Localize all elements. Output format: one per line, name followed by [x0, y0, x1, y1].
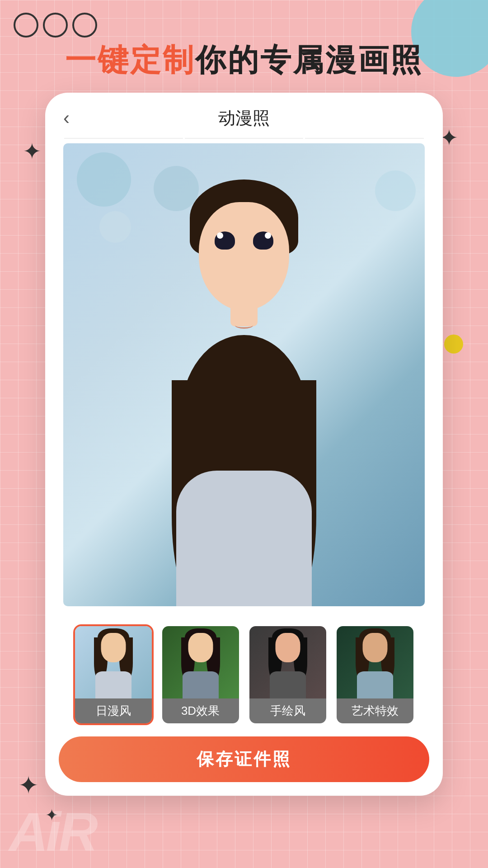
anime-figure [63, 143, 425, 606]
style-selection-row: 日漫风 3D效果 手绘风 [45, 615, 443, 734]
mini-face-1 [101, 633, 126, 662]
mini-face-2 [188, 633, 213, 662]
mini-face-4 [362, 633, 387, 662]
style-thumb-1 [75, 626, 152, 698]
style-thumb-3 [249, 626, 326, 698]
mini-body-1 [95, 671, 131, 698]
logo-circle-3 [72, 13, 97, 38]
logo-circle-2 [43, 13, 68, 38]
save-button[interactable]: 保存证件照 [59, 736, 429, 782]
style-label-1: 日漫风 [75, 698, 152, 723]
face [199, 202, 289, 311]
main-preview-image [63, 143, 425, 606]
yellow-circle-3 [444, 335, 463, 354]
save-button-wrapper: 保存证件照 [45, 734, 443, 796]
style-label-2: 3D效果 [162, 698, 239, 723]
sparkle-decoration-5: ✦ [18, 773, 39, 798]
mini-body-4 [357, 671, 393, 698]
hero-title-normal: 你的专属漫画照 [195, 42, 423, 77]
logo-circle-1 [14, 13, 38, 38]
header-dividers [45, 138, 443, 139]
style-item-1[interactable]: 日漫风 [73, 624, 154, 725]
hero-title-highlight: 一键定制 [65, 42, 195, 77]
back-button[interactable]: ‹ [63, 107, 70, 129]
style-label-4: 艺术特效 [337, 698, 413, 723]
divider-2 [185, 138, 304, 139]
style-item-2[interactable]: 3D效果 [160, 624, 241, 725]
sparkle-decoration-6: ✦ [45, 807, 58, 823]
eye-highlight-left [217, 232, 223, 239]
style-label-3: 手绘风 [249, 698, 326, 723]
screen-title: 动漫照 [218, 107, 270, 130]
divider-1 [64, 138, 183, 139]
eye-highlight-right [265, 232, 271, 239]
sparkle-decoration-1: ✦ [23, 140, 42, 163]
style-item-3[interactable]: 手绘风 [248, 624, 328, 725]
style-item-4[interactable]: 艺术特效 [335, 624, 415, 725]
mini-body-3 [270, 671, 306, 698]
style-thumb-2 [162, 626, 239, 698]
phone-header: ‹ 动漫照 [45, 93, 443, 138]
mouth [235, 322, 253, 329]
mini-face-3 [275, 633, 300, 662]
style-thumb-4 [337, 626, 413, 698]
logo-area [14, 13, 97, 38]
divider-3 [305, 138, 424, 139]
body [176, 471, 312, 606]
phone-mockup: ‹ 动漫照 [45, 93, 443, 796]
mini-body-2 [183, 671, 219, 698]
hero-title: 一键定制你的专属漫画照 [0, 43, 488, 77]
